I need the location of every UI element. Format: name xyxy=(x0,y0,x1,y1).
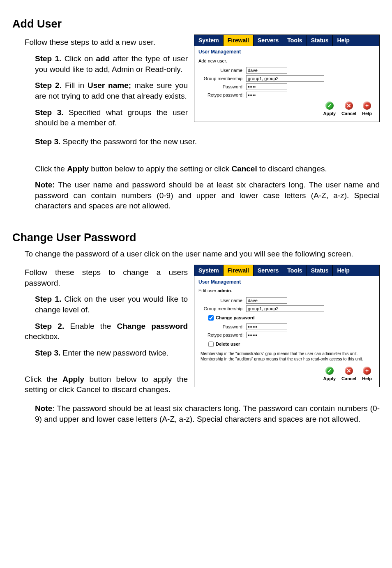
x-icon: ✕ xyxy=(345,102,353,110)
password-label2: Password: xyxy=(198,324,246,330)
apply-line-2: Click the Apply button below to apply th… xyxy=(25,374,188,395)
membership-note: Membership in the "administrators" group… xyxy=(201,351,375,362)
heading-change-password: Change User Password xyxy=(12,230,380,245)
step1: Step 1. Click on add after the type of u… xyxy=(35,53,188,74)
sub-bold: admin xyxy=(217,288,231,293)
step3b-text: Specify the password for the new user. xyxy=(60,137,197,146)
username-label2: User name: xyxy=(198,298,246,304)
retype-label: Retype password: xyxy=(198,92,246,98)
apply-b2: Cancel xyxy=(231,164,257,173)
check-icon: ✓ xyxy=(325,367,334,375)
tab-firewall[interactable]: Firewall xyxy=(224,265,254,276)
username-input2[interactable] xyxy=(246,297,287,304)
step3a: Step 3. Specified what groups the user s… xyxy=(35,107,188,128)
note-1: Note: The user name and password should … xyxy=(35,180,380,211)
tab-help[interactable]: Help xyxy=(333,35,379,46)
tabbar2: System Firewall Servers Tools Status Hel… xyxy=(194,265,379,276)
step2-t1: Fill in xyxy=(62,81,88,90)
help-button[interactable]: + Help xyxy=(362,102,372,117)
help-label: Help xyxy=(362,111,372,117)
follow2: Follow these steps to change a users pas… xyxy=(25,267,188,288)
step1-t1: Click on xyxy=(61,54,96,63)
panel-subtitle2: Edit user admin. xyxy=(198,288,375,294)
tab-status[interactable]: Status xyxy=(307,35,333,46)
delete-user-label: Delete user xyxy=(216,341,240,347)
panel-title: User Management xyxy=(198,48,375,55)
sub-pre: Edit user xyxy=(198,288,217,293)
panel-subtitle: Add new user. xyxy=(198,58,375,64)
step2-label: Step 2. xyxy=(35,81,62,90)
apply-label2: Apply xyxy=(323,376,336,382)
screenshot-edit-user: System Firewall Servers Tools Status Hel… xyxy=(194,265,380,387)
tab-firewall[interactable]: Firewall xyxy=(224,35,254,46)
s2-step1: Step 1. Click on the user you would like… xyxy=(35,294,188,315)
change-password-checkbox[interactable] xyxy=(208,315,214,321)
note1-text: The user name and password should be at … xyxy=(35,180,380,210)
help-button[interactable]: + Help xyxy=(362,367,372,382)
cancel-button[interactable]: ✕ Cancel xyxy=(341,367,356,382)
delete-user-checkbox[interactable] xyxy=(208,342,214,347)
change-password-label: Change password xyxy=(216,315,255,321)
s2-step2: Step 2. Enable the Change password check… xyxy=(25,321,188,342)
tab-system[interactable]: System xyxy=(194,265,224,276)
apply-label: Apply xyxy=(323,111,336,117)
plus-icon: + xyxy=(363,102,371,110)
note-2: Note: The password should be at least si… xyxy=(35,403,380,424)
s2-step3-label: Step 3. xyxy=(35,349,60,357)
tab-servers[interactable]: Servers xyxy=(254,265,283,276)
retype-input[interactable] xyxy=(246,92,287,98)
screenshot-add-user: System Firewall Servers Tools Status Hel… xyxy=(194,35,380,122)
tab-servers[interactable]: Servers xyxy=(254,35,283,46)
x-icon: ✕ xyxy=(345,367,353,375)
apply-button[interactable]: ✓ Apply xyxy=(323,367,336,382)
apply-button[interactable]: ✓ Apply xyxy=(323,102,336,117)
username-input[interactable] xyxy=(246,67,287,74)
s2-step2-t1: Enable the xyxy=(64,322,117,330)
group-input2[interactable] xyxy=(246,305,324,312)
retype-input2[interactable] xyxy=(246,332,287,338)
step1-bold: add xyxy=(96,54,110,63)
retype-label2: Retype password: xyxy=(198,332,246,338)
apply-line-1: Click the Apply button below to apply th… xyxy=(35,164,380,174)
membership-note-1: Membership in the "administrators" group… xyxy=(201,351,375,357)
intro-text: Follow these steps to add a new user. xyxy=(25,37,188,48)
step3b-label: Step 3. xyxy=(35,137,60,146)
s2-step1-label: Step 1. xyxy=(35,295,61,303)
apply-mid: button below to apply the setting or cli… xyxy=(89,164,231,173)
sub-post: . xyxy=(231,288,232,293)
tab-tools[interactable]: Tools xyxy=(283,35,307,46)
username-label: User name: xyxy=(198,67,246,74)
s2-step3: Step 3. Enter the new password twice. xyxy=(35,348,188,358)
cancel-label2: Cancel xyxy=(341,376,356,382)
cancel-button[interactable]: ✕ Cancel xyxy=(341,102,356,117)
s2-step2-bold: Change password xyxy=(117,322,188,330)
s2-step2-t2: checkbox. xyxy=(25,332,60,341)
step2-bold: User name; xyxy=(88,81,131,90)
password-input[interactable] xyxy=(246,83,287,90)
group-label: Group membership: xyxy=(198,76,246,82)
password-label: Password: xyxy=(198,84,246,90)
group-label2: Group membership: xyxy=(198,306,246,312)
tabbar: System Firewall Servers Tools Status Hel… xyxy=(194,35,379,46)
intro2: To change the password of a user click o… xyxy=(25,249,380,259)
heading-add-user: Add User xyxy=(12,16,380,31)
apply2-b1: Apply xyxy=(62,375,84,383)
step1-label: Step 1. xyxy=(35,54,61,63)
s2-step3-text: Enter the new password twice. xyxy=(60,349,168,357)
password-input2[interactable] xyxy=(246,323,287,330)
step3a-label: Step 3. xyxy=(35,108,64,117)
apply-pre: Click the xyxy=(35,164,67,173)
plus-icon: + xyxy=(363,367,371,375)
group-input[interactable] xyxy=(246,75,324,82)
panel-title2: User Management xyxy=(198,279,375,285)
tab-status[interactable]: Status xyxy=(307,265,333,276)
step3b: Step 3. Specify the password for the new… xyxy=(35,136,380,147)
tab-system[interactable]: System xyxy=(194,35,224,46)
tab-help[interactable]: Help xyxy=(333,265,379,276)
step2: Step 2. Fill in User name; make sure you… xyxy=(35,80,188,101)
cancel-label: Cancel xyxy=(341,111,356,117)
tab-tools[interactable]: Tools xyxy=(283,265,307,276)
apply2-pre: Click the xyxy=(25,375,62,383)
apply-post: to discard changes. xyxy=(257,164,327,173)
note2-label: Note xyxy=(35,404,52,413)
